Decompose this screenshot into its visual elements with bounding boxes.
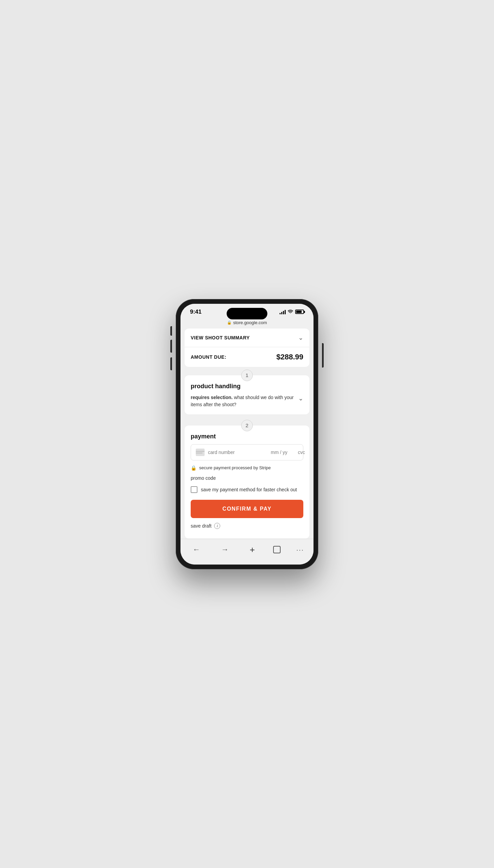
signal-bar-2 xyxy=(281,312,282,314)
browser-forward-button[interactable]: → xyxy=(218,544,231,555)
amount-due-label: AMOUNT DUE: xyxy=(191,354,226,360)
step2-card: payment xyxy=(185,426,309,538)
phone-device: 9:41 xyxy=(176,299,318,569)
save-method-row[interactable]: save my payment method for faster check … xyxy=(191,486,303,493)
browser-more-button[interactable]: ··· xyxy=(296,546,304,554)
signal-bar-4 xyxy=(285,310,286,314)
view-summary-row[interactable]: VIEW SHOOT SUMMARY ⌄ xyxy=(185,329,309,347)
card-line-2 xyxy=(196,453,203,453)
save-draft-info-icon[interactable]: i xyxy=(214,523,220,529)
main-content: VIEW SHOOT SUMMARY ⌄ AMOUNT DUE: $288.99… xyxy=(180,329,314,539)
save-draft-text: save draft xyxy=(191,523,211,529)
step1-description: requires selection. what should we do wi… xyxy=(191,394,294,408)
step2-number: 2 xyxy=(246,422,248,428)
card-line-1 xyxy=(196,451,205,452)
mute-button[interactable] xyxy=(170,326,172,336)
status-icons xyxy=(280,309,304,314)
step1-badge: 1 xyxy=(241,370,253,381)
signal-bar-3 xyxy=(283,311,284,314)
browser-bottom-nav: ← → + ··· xyxy=(180,539,314,565)
volume-up-button[interactable] xyxy=(170,340,172,353)
status-time: 9:41 xyxy=(190,309,202,315)
view-summary-label: VIEW SHOOT SUMMARY xyxy=(191,335,250,340)
card-cvc-input[interactable] xyxy=(298,450,310,455)
browser-back-button[interactable]: ← xyxy=(190,544,203,555)
amount-due-value: $288.99 xyxy=(276,353,303,361)
volume-down-button[interactable] xyxy=(170,357,172,370)
credit-card-icon xyxy=(196,449,205,456)
save-method-label: save my payment method for faster check … xyxy=(201,487,297,492)
step1-title: product handling xyxy=(191,383,303,390)
browser-url-display: 🔒 store.google.com xyxy=(227,320,267,325)
confirm-pay-button[interactable]: CONFIRM & PAY xyxy=(191,500,303,518)
card-expiry-input[interactable] xyxy=(271,450,291,455)
step1-section: 1 product handling requires selection. w… xyxy=(185,370,309,414)
card-icon-lines xyxy=(196,451,205,453)
save-draft-row[interactable]: save draft i xyxy=(191,523,303,529)
status-bar: 9:41 xyxy=(180,304,314,318)
step1-number: 1 xyxy=(246,372,248,378)
dynamic-island xyxy=(227,308,267,319)
card-number-input[interactable] xyxy=(208,450,267,455)
secure-payment-text: secure payment processed by Stripe xyxy=(199,465,271,470)
signal-bars-icon xyxy=(280,310,286,314)
step1-chevron-icon: ⌄ xyxy=(298,395,303,402)
browser-new-tab-button[interactable]: + xyxy=(247,543,258,556)
amount-due-row: AMOUNT DUE: $288.99 xyxy=(185,347,309,367)
power-button[interactable] xyxy=(322,343,324,368)
save-method-checkbox[interactable] xyxy=(191,486,197,493)
url-text: store.google.com xyxy=(233,320,267,325)
browser-url-bar[interactable]: 🔒 store.google.com xyxy=(180,318,314,329)
browser-tabs-button[interactable] xyxy=(273,546,281,553)
step1-description-bold: requires selection. xyxy=(191,395,233,400)
secure-payment-row: 🔒 secure payment processed by Stripe xyxy=(191,465,303,471)
battery-icon xyxy=(295,310,304,314)
battery-fill xyxy=(296,311,302,313)
step2-title: payment xyxy=(191,433,303,440)
step1-description-row[interactable]: requires selection. what should we do wi… xyxy=(191,394,303,408)
secure-lock-icon: 🔒 xyxy=(191,465,196,471)
lock-icon: 🔒 xyxy=(227,320,232,325)
wifi-icon xyxy=(288,309,293,314)
card-input-container[interactable] xyxy=(191,444,303,460)
view-summary-chevron-icon: ⌄ xyxy=(298,334,303,341)
summary-card: VIEW SHOOT SUMMARY ⌄ AMOUNT DUE: $288.99 xyxy=(185,329,309,367)
phone-screen: 9:41 xyxy=(180,304,314,565)
promo-code-label[interactable]: promo code xyxy=(191,475,303,481)
step1-card: product handling requires selection. wha… xyxy=(185,375,309,414)
step2-badge: 2 xyxy=(241,420,253,431)
step2-section: 2 payment xyxy=(185,420,309,538)
signal-bar-1 xyxy=(280,313,281,314)
